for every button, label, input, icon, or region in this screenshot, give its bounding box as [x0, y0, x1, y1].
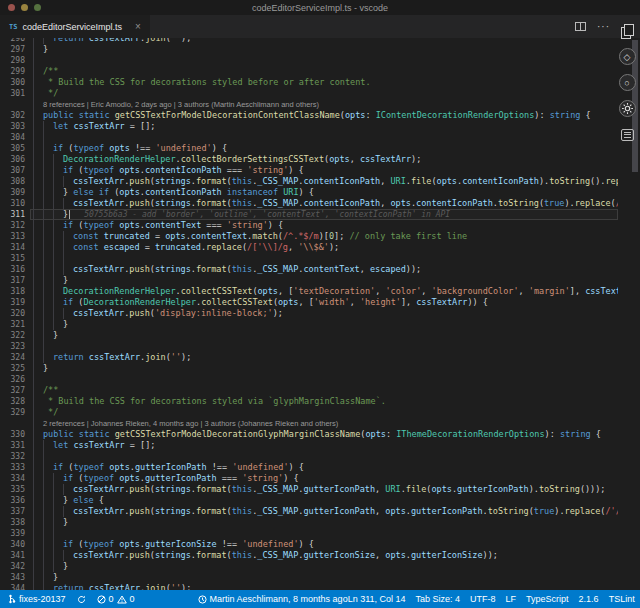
pages-icon[interactable] — [619, 22, 636, 39]
code-line-331[interactable]: 331let cssTextArr = []; — [0, 440, 618, 451]
code-line-298[interactable]: 298 — [0, 55, 618, 66]
cursor-position[interactable]: Ln 311, Col 14 — [348, 594, 406, 604]
line-number: 308 — [0, 176, 30, 187]
warning-count: 0 — [130, 594, 135, 604]
gear-icon[interactable] — [619, 100, 636, 117]
sync-icon — [77, 595, 86, 604]
line-content — [30, 528, 618, 539]
tab-codeeditorserviceimpl[interactable]: TS codeEditorServiceImpl.ts × — [0, 15, 151, 38]
ellipse-tool-icon[interactable]: ○ — [619, 74, 636, 91]
code-line-305[interactable]: 305if (typeof opts !== 'undefined') { — [0, 143, 618, 154]
codelens-row[interactable]: 8 references | Eric Amodio, 2 days ago |… — [0, 99, 618, 110]
line-content: if (typeof opts.contentIconPath === 'str… — [30, 165, 618, 176]
typescript-file-icon: TS — [9, 23, 17, 31]
code-line-307[interactable]: 307if (typeof opts.contentIconPath === '… — [0, 165, 618, 176]
code-line-340[interactable]: 340if (typeof opts.gutterIconSize !== 'u… — [0, 539, 618, 550]
sync-button[interactable] — [77, 595, 86, 604]
line-number: 311 — [0, 209, 30, 220]
code-line-312[interactable]: 312if (typeof opts.contentText === 'stri… — [0, 220, 618, 231]
line-content — [30, 55, 618, 66]
code-line-341[interactable]: 341cssTextArr.push(strings.format(this._… — [0, 550, 618, 561]
code-line-343[interactable]: 343} — [0, 572, 618, 583]
code-line-317[interactable]: 317} — [0, 275, 618, 286]
line-content: 2 references | Johannes Rieken, 4 months… — [30, 418, 618, 429]
codelens-row[interactable]: 2 references | Johannes Rieken, 4 months… — [0, 418, 618, 429]
line-number: 321 — [0, 319, 30, 330]
line-number: 299 — [0, 66, 30, 77]
line-content: 8 references | Eric Amodio, 2 days ago |… — [30, 99, 618, 110]
code-line-310[interactable]: 310cssTextArr.push(strings.format(this._… — [0, 198, 618, 209]
eol-setting[interactable]: LF — [506, 594, 517, 604]
split-editor-icon[interactable] — [575, 22, 586, 31]
line-content: } — [30, 319, 618, 330]
git-branch-indicator[interactable]: fixes-20137 — [8, 594, 66, 604]
code-line-315[interactable]: 315 — [0, 253, 618, 264]
line-number: 335 — [0, 484, 30, 495]
code-line-335[interactable]: 335cssTextArr.push(strings.format(this._… — [0, 484, 618, 495]
code-line-308[interactable]: 308cssTextArr.push(strings.format(this._… — [0, 176, 618, 187]
line-number: 314 — [0, 242, 30, 253]
line-number: 320 — [0, 308, 30, 319]
code-line-339[interactable]: 339 — [0, 528, 618, 539]
code-line-304[interactable]: 304 — [0, 132, 618, 143]
line-number: 329 — [0, 407, 30, 418]
code-line-320[interactable]: 320cssTextArr.push('display:inline-block… — [0, 308, 618, 319]
code-line-301[interactable]: 301 */ — [0, 88, 618, 99]
code-line-300[interactable]: 300 * Build the CSS for decorations styl… — [0, 77, 618, 88]
code-line-322[interactable]: 322} — [0, 330, 618, 341]
code-line-297[interactable]: 297} — [0, 44, 618, 55]
language-mode[interactable]: TypeScript — [526, 594, 569, 604]
code-line-337[interactable]: 337cssTextArr.push(strings.format(this._… — [0, 506, 618, 517]
code-line-324[interactable]: 324return cssTextArr.join(''); — [0, 352, 618, 363]
gitlens-blame-status[interactable]: Martin Aeschlimann, 8 months ago — [198, 594, 348, 604]
problems-indicator[interactable]: 0 0 — [97, 594, 135, 604]
encoding-setting[interactable]: UTF-8 — [470, 594, 496, 604]
diamond-tool-icon[interactable]: ◇ — [619, 48, 636, 65]
code-line-334[interactable]: 334if (typeof opts.gutterIconPath === 's… — [0, 473, 618, 484]
line-content: cssTextArr.push(strings.format(this._CSS… — [30, 264, 618, 275]
tab-close-icon[interactable]: × — [135, 21, 141, 32]
code-line-329[interactable]: 329 */ — [0, 407, 618, 418]
code-line-309[interactable]: 309} else if (opts.contentIconPath insta… — [0, 187, 618, 198]
code-line-302[interactable]: 302public static getCSSTextForModelDecor… — [0, 110, 618, 121]
code-line-330[interactable]: 330public static getCSSTextForModelDecor… — [0, 429, 618, 440]
code-line-321[interactable]: 321} — [0, 319, 618, 330]
more-actions-icon[interactable]: ··· — [597, 22, 610, 31]
code-line-311[interactable]: 311}50755b6a3 - add 'border', 'outline',… — [0, 209, 618, 220]
indentation-setting[interactable]: Tab Size: 4 — [416, 594, 461, 604]
code-line-299[interactable]: 299/** — [0, 66, 618, 77]
code-line-338[interactable]: 338} — [0, 517, 618, 528]
window-minimize-button[interactable] — [21, 4, 28, 11]
line-content: const escaped = truncated.replace(/['\\]… — [30, 242, 618, 253]
code-line-328[interactable]: 328 * Build the CSS for decorations styl… — [0, 396, 618, 407]
code-line-319[interactable]: 319if (DecorationRenderHelper.collectCSS… — [0, 297, 618, 308]
tab-bar: TS codeEditorServiceImpl.ts × ··· — [0, 15, 640, 38]
line-content: DecorationRenderHelper.collectCSSText(op… — [30, 286, 618, 297]
line-content: public static getCSSTextForModelDecorati… — [30, 110, 618, 121]
code-line-332[interactable]: 332 — [0, 451, 618, 462]
code-line-325[interactable]: 325} — [0, 363, 618, 374]
notes-icon[interactable] — [619, 126, 636, 143]
code-line-326[interactable]: 326 — [0, 374, 618, 385]
code-line-303[interactable]: 303let cssTextArr = []; — [0, 121, 618, 132]
code-line-316[interactable]: 316cssTextArr.push(strings.format(this._… — [0, 264, 618, 275]
code-line-318[interactable]: 318DecorationRenderHelper.collectCSSText… — [0, 286, 618, 297]
code-line-342[interactable]: 342} — [0, 561, 618, 572]
tslint-status[interactable]: TSLint — [609, 594, 635, 604]
typescript-version[interactable]: 2.1.6 — [579, 594, 599, 604]
code-line-313[interactable]: 313const truncated = opts.contentText.ma… — [0, 231, 618, 242]
window-zoom-button[interactable] — [34, 4, 41, 11]
window-close-button[interactable] — [8, 4, 15, 11]
line-content: if (typeof opts.gutterIconPath !== 'unde… — [30, 462, 618, 473]
code-line-323[interactable]: 323 — [0, 341, 618, 352]
code-line-336[interactable]: 336} else { — [0, 495, 618, 506]
code-line-333[interactable]: 333if (typeof opts.gutterIconPath !== 'u… — [0, 462, 618, 473]
line-number: 333 — [0, 462, 30, 473]
code-line-306[interactable]: 306DecorationRenderHelper.collectBorderS… — [0, 154, 618, 165]
line-content: return cssTextArr.join(''); — [30, 583, 618, 590]
window-title: codeEditorServiceImpl.ts - vscode — [252, 3, 388, 13]
line-content: let cssTextArr = []; — [30, 440, 618, 451]
code-line-327[interactable]: 327/** — [0, 385, 618, 396]
code-line-344[interactable]: 344return cssTextArr.join(''); — [0, 583, 618, 590]
code-line-314[interactable]: 314const escaped = truncated.replace(/['… — [0, 242, 618, 253]
